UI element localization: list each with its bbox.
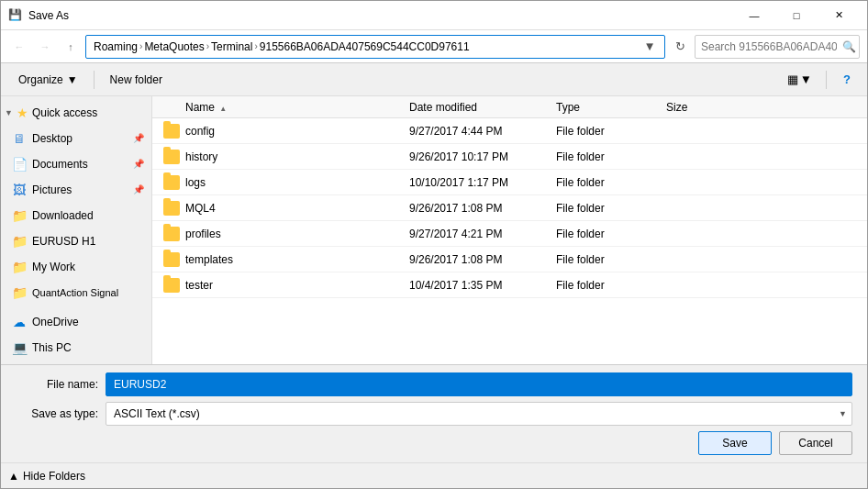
quick-access-chevron: ▼ xyxy=(5,108,13,117)
folder-icon xyxy=(163,227,180,241)
main-content: ▼ ★ Quick access 🖥 Desktop 📌 📄 Documents… xyxy=(1,96,867,364)
sidebar-item-pictures[interactable]: 🖼 Pictures 📌 xyxy=(1,177,151,203)
file-date-cell: 10/10/2017 1:17 PM xyxy=(409,176,556,189)
file-name-cell: MQL4 xyxy=(152,201,409,216)
table-row[interactable]: history 9/26/2017 10:17 PM File folder xyxy=(152,144,867,170)
forward-button[interactable]: → xyxy=(34,36,56,58)
file-name-text: MQL4 xyxy=(185,202,216,215)
file-name-cell: tester xyxy=(152,278,409,293)
cancel-button[interactable]: Cancel xyxy=(779,431,852,455)
table-row[interactable]: logs 10/10/2017 1:17 PM File folder xyxy=(152,170,867,195)
file-name-text: profiles xyxy=(185,228,221,240)
file-date-cell: 9/26/2017 1:08 PM xyxy=(409,202,556,215)
hide-folders-button[interactable]: ▲ Hide Folders xyxy=(8,470,85,483)
sidebar-item-mywork-label: My Work xyxy=(32,261,75,273)
table-row[interactable]: config 9/27/2017 4:44 PM File folder xyxy=(152,118,867,144)
sidebar-item-downloaded[interactable]: 📁 Downloaded xyxy=(1,203,151,228)
sidebar-item-desktop[interactable]: 🖥 Desktop 📌 xyxy=(1,126,151,151)
path-arrow-3: › xyxy=(254,41,257,51)
filename-row: File name: xyxy=(16,372,852,396)
sidebar-item-mywork[interactable]: 📁 My Work xyxy=(1,254,151,280)
column-size: Size xyxy=(666,101,740,114)
file-name-text: history xyxy=(185,150,217,163)
refresh-button[interactable]: ↻ xyxy=(669,36,691,58)
column-type: Type xyxy=(556,101,666,114)
back-button[interactable]: ← xyxy=(8,36,30,58)
minimize-button[interactable]: — xyxy=(733,1,775,30)
file-type-cell: File folder xyxy=(556,202,666,215)
table-row[interactable]: templates 9/26/2017 1:08 PM File folder xyxy=(152,247,867,272)
toolbar-separator xyxy=(94,71,95,89)
toolbar-right: ▦ ▼ ? xyxy=(781,67,860,93)
filename-input[interactable] xyxy=(106,372,852,396)
folder-icon xyxy=(163,278,180,293)
save-as-dialog: 💾 Save As — □ ✕ ← → ↑ Roaming › MetaQuot… xyxy=(0,0,868,489)
documents-icon: 📄 xyxy=(12,157,27,172)
new-folder-button[interactable]: New folder xyxy=(100,67,172,93)
file-date-cell: 10/4/2017 1:35 PM xyxy=(409,279,556,292)
sidebar-item-documents[interactable]: 📄 Documents 📌 xyxy=(1,151,151,177)
desktop-pin-icon: 📌 xyxy=(133,133,144,144)
table-row[interactable]: profiles 9/27/2017 4:21 PM File folder xyxy=(152,221,867,247)
hide-folders-bar: ▲ Hide Folders xyxy=(1,462,867,488)
folder-icon xyxy=(163,201,180,216)
search-input[interactable] xyxy=(695,35,860,59)
table-row[interactable]: MQL4 9/26/2017 1:08 PM File folder xyxy=(152,195,867,221)
view-icon: ▦ xyxy=(787,72,798,86)
file-name-cell: history xyxy=(152,150,409,164)
folder-icon xyxy=(163,175,180,190)
view-button[interactable]: ▦ ▼ xyxy=(781,67,818,93)
quick-access-label: Quick access xyxy=(32,106,97,119)
help-button[interactable]: ? xyxy=(834,67,860,93)
file-type-cell: File folder xyxy=(556,253,666,266)
column-name: Name ▲ xyxy=(152,101,409,114)
address-dropdown-button[interactable]: ▼ xyxy=(642,35,657,59)
file-date-cell: 9/27/2017 4:21 PM xyxy=(409,228,556,240)
hide-folders-label: Hide Folders xyxy=(23,470,85,483)
file-type-cell: File folder xyxy=(556,150,666,163)
sidebar-item-onedrive[interactable]: ☁ OneDrive xyxy=(1,309,151,335)
up-button[interactable]: ↑ xyxy=(60,36,82,58)
savetype-select[interactable]: ASCII Text (*.csv) xyxy=(106,402,852,426)
file-type-cell: File folder xyxy=(556,279,666,292)
pictures-icon: 🖼 xyxy=(12,183,27,197)
organize-label: Organize xyxy=(18,73,63,86)
file-date-cell: 9/27/2017 4:44 PM xyxy=(409,125,556,138)
sidebar-item-quantaction[interactable]: 📁 QuantAction Signal xyxy=(1,280,151,306)
file-rows-container: config 9/27/2017 4:44 PM File folder his… xyxy=(152,118,867,298)
file-name-text: logs xyxy=(185,176,206,189)
file-name-cell: logs xyxy=(152,175,409,190)
sidebar-item-documents-label: Documents xyxy=(32,158,88,171)
column-date: Date modified xyxy=(409,101,556,114)
onedrive-icon: ☁ xyxy=(12,315,27,329)
maximize-button[interactable]: □ xyxy=(775,1,818,30)
table-row[interactable]: tester 10/4/2017 1:35 PM File folder xyxy=(152,272,867,298)
savetype-label: Save as type: xyxy=(16,407,98,420)
sidebar-item-thispc-label: This PC xyxy=(32,341,72,354)
file-type-cell: File folder xyxy=(556,176,666,189)
close-button[interactable]: ✕ xyxy=(818,1,860,30)
save-button[interactable]: Save xyxy=(698,431,772,455)
file-name-text: templates xyxy=(185,253,233,266)
sidebar-item-eurusdh1-label: EURUSD H1 xyxy=(32,235,95,248)
desktop-icon: 🖥 xyxy=(12,131,27,146)
pictures-pin-icon: 📌 xyxy=(133,184,144,195)
sidebar-item-thispc[interactable]: 💻 This PC xyxy=(1,335,151,361)
path-arrow-2: › xyxy=(206,41,209,51)
address-path[interactable]: Roaming › MetaQuotes › Terminal › 915566… xyxy=(85,35,665,59)
file-name-cell: config xyxy=(152,124,409,139)
sort-arrow: ▲ xyxy=(219,105,227,113)
mywork-icon: 📁 xyxy=(12,260,27,274)
sidebar-item-eurusdh1[interactable]: 📁 EURUSD H1 xyxy=(1,228,151,254)
help-icon: ? xyxy=(843,72,851,86)
file-type-cell: File folder xyxy=(556,228,666,240)
path-metaquotes: MetaQuotes xyxy=(144,40,204,53)
documents-pin-icon: 📌 xyxy=(133,159,144,170)
thispc-icon: 💻 xyxy=(12,340,27,355)
quick-access-header[interactable]: ▼ ★ Quick access xyxy=(1,100,151,126)
file-list: Name ▲ Date modified Type Size config 9/… xyxy=(152,96,867,364)
path-terminal: Terminal xyxy=(211,40,252,53)
search-wrapper: 🔍 xyxy=(695,35,860,59)
search-button[interactable]: 🔍 xyxy=(842,40,856,53)
organize-button[interactable]: Organize ▼ xyxy=(8,67,88,93)
